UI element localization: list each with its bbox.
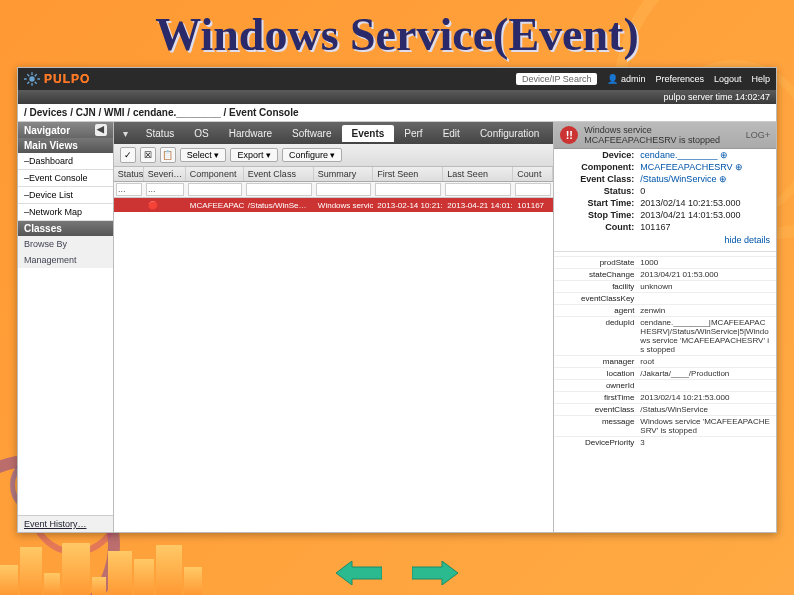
detail-field: Start Time:2013/02/14 10:21:53.000 [554,197,776,209]
user-link[interactable]: 👤 admin [607,74,645,84]
navigator-header: Navigator ◀ [18,122,113,138]
configure-menu[interactable]: Configure ▾ [282,148,343,162]
event-row[interactable]: 🛑 MCAFEEAPAC… /Status/WinSe… Windows ser… [114,198,554,212]
center-panel: ▾ StatusOSHardwareSoftwareEventsPerfEdit… [114,122,555,532]
grid-header: Status Severi… Component Event Class Sum… [114,167,554,182]
next-arrow[interactable] [412,561,458,585]
detail-field: Count:101167 [554,221,776,233]
sidebar-item-network-map[interactable]: –Network Map [18,204,113,221]
tab-hardware[interactable]: Hardware [219,125,282,142]
ribbon-bar: pulpo server time 14:02:47 [18,90,776,104]
detail-subfield: facilityunknown [554,280,776,292]
filter-count[interactable] [515,183,551,196]
svg-point-0 [29,76,34,81]
filter-status[interactable] [116,183,142,196]
toolbar: ✓ ☒ 📋 Select ▾ Export ▾ Configure ▾ [114,144,554,167]
svg-marker-1 [336,561,382,585]
filter-severity[interactable] [146,183,184,196]
close-button[interactable]: ☒ [140,147,156,163]
detail-panel: !! Windows service MCAFEEAPACHESRV is st… [554,122,776,532]
slide-title: Windows Service(Event) [0,8,794,61]
collapse-icon[interactable]: ◀ [95,124,107,136]
tab-os[interactable]: OS [184,125,218,142]
classes-header: Classes [18,221,113,236]
detail-subfield: dedupIdcendane.________|MCAFEEAPACHESRV|… [554,316,776,355]
main-views-header: Main Views [18,138,113,153]
filter-component[interactable] [188,183,242,196]
detail-field: Event Class:/Status/WinService ⊕ [554,173,776,185]
event-history-link[interactable]: Event History… [18,515,113,532]
reopen-button[interactable]: 📋 [160,147,176,163]
svg-marker-2 [412,561,458,585]
detail-subfield: stateChange2013/04/21 01:53.000 [554,268,776,280]
detail-field: Device:cendane.________ ⊕ [554,149,776,161]
export-menu[interactable]: Export ▾ [230,148,278,162]
hide-details-link[interactable]: hide details [554,233,776,247]
filter-summary[interactable] [316,183,372,196]
tab-events[interactable]: Events [342,125,395,142]
detail-subfield: agentzenwin [554,304,776,316]
tab-software[interactable]: Software [282,125,341,142]
filter-row [114,182,554,198]
detail-subfield: eventClass/Status/WinService [554,403,776,415]
tab-edit[interactable]: Edit [433,125,470,142]
detail-subfield: firstTime2013/02/14 10:21:53.000 [554,391,776,403]
filter-lastseen[interactable] [445,183,511,196]
detail-subfield: messageWindows service 'MCAFEEAPACHESRV'… [554,415,776,436]
browse-by-link[interactable]: Browse By [18,236,113,252]
tab-status[interactable]: Status [136,125,184,142]
logout-link[interactable]: Logout [714,74,742,84]
detail-log-toggle[interactable]: LOG+ [746,130,770,140]
sidebar-item-dashboard[interactable]: –Dashboard [18,153,113,170]
ack-button[interactable]: ✓ [120,147,136,163]
prev-arrow[interactable] [336,561,382,585]
management-link[interactable]: Management [18,252,113,268]
detail-subfield: location/Jakarta/____/Production [554,367,776,379]
preferences-link[interactable]: Preferences [655,74,704,84]
sidebar-item-event-console[interactable]: –Event Console [18,170,113,187]
grid-body: 🛑 MCAFEEAPAC… /Status/WinSe… Windows ser… [114,198,554,532]
detail-subfield: ownerId [554,379,776,391]
detail-summary: Windows service MCAFEEAPACHESRV is stopp… [584,125,739,145]
sidebar-item-device-list[interactable]: –Device List [18,187,113,204]
slide-navigation [336,561,458,585]
detail-field: Status:0 [554,185,776,197]
select-menu[interactable]: Select ▾ [180,148,227,162]
sidebar: Navigator ◀ Main Views –Dashboard –Event… [18,122,114,532]
app-window: PULPO Device/IP Search 👤 admin Preferenc… [17,67,777,533]
tab-perf[interactable]: Perf [394,125,432,142]
filter-eventclass[interactable] [246,183,312,196]
tab-bar: ▾ StatusOSHardwareSoftwareEventsPerfEdit… [114,122,554,144]
gear-icon [24,71,40,87]
detail-field: Component:MCAFEEAPACHESRV ⊕ [554,161,776,173]
detail-subfield: eventClassKey [554,292,776,304]
chevron-down-icon[interactable]: ▾ [118,128,134,139]
detail-field: Stop Time:2013/04/21 14:01:53.000 [554,209,776,221]
detail-subfield: prodState1000 [554,256,776,268]
help-link[interactable]: Help [751,74,770,84]
severity-critical-icon: 🛑 [144,201,186,210]
search-input[interactable]: Device/IP Search [516,73,597,85]
severity-badge-icon: !! [560,126,578,144]
detail-subfield: managerroot [554,355,776,367]
detail-header: !! Windows service MCAFEEAPACHESRV is st… [554,122,776,149]
topbar: PULPO Device/IP Search 👤 admin Preferenc… [18,68,776,90]
brand-logo: PULPO [44,72,90,86]
filter-firstseen[interactable] [375,183,441,196]
detail-subfield: DevicePriority3 [554,436,776,448]
tab-configuration[interactable]: Configuration [470,125,549,142]
breadcrumb[interactable]: / Devices / CJN / WMI / cendane.________… [18,104,776,122]
server-time: pulpo server time 14:02:47 [663,92,770,102]
